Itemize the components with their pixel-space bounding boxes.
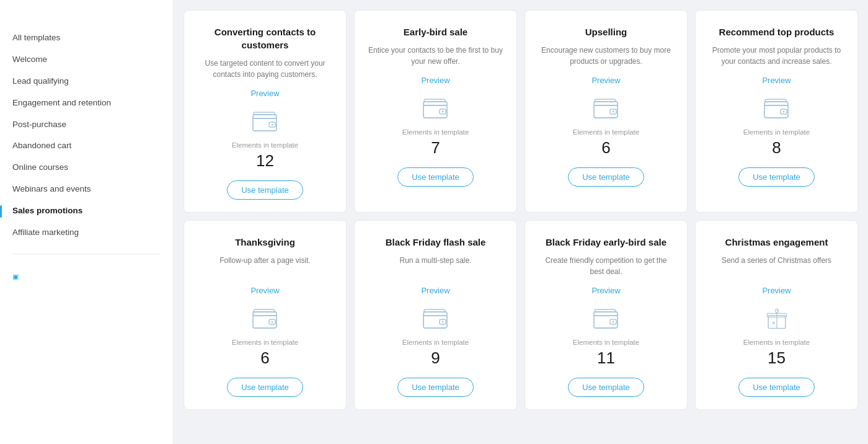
use-template-button[interactable]: Use template xyxy=(227,180,303,200)
template-title: Thanksgiving xyxy=(235,236,295,249)
template-icon xyxy=(762,96,792,121)
sidebar-bottom xyxy=(12,267,161,281)
template-card: Converting contacts to customers Use tar… xyxy=(184,10,347,213)
elements-count: 9 xyxy=(431,349,440,368)
elements-count: 6 xyxy=(260,349,269,368)
elements-label: Elements in template xyxy=(232,339,298,346)
use-template-button[interactable]: Use template xyxy=(227,378,303,397)
sidebar-item-abandoned-cart[interactable]: Abandoned cart xyxy=(12,135,161,157)
sidebar: All templatesWelcomeLead qualifyingEngag… xyxy=(0,0,174,444)
preview-link[interactable]: Preview xyxy=(421,76,450,85)
svg-point-5 xyxy=(441,111,443,113)
elements-label: Elements in template xyxy=(743,339,810,346)
sidebar-item-online-courses[interactable]: Online courses xyxy=(12,157,161,179)
preview-link[interactable]: Preview xyxy=(762,286,790,295)
sidebar-item-webinars-and-events[interactable]: Webinars and events xyxy=(12,179,161,200)
svg-point-11 xyxy=(782,111,784,113)
template-icon xyxy=(250,109,280,134)
template-card: Christmas engagement Send a series of Ch… xyxy=(695,220,858,410)
template-card: Upselling Encourage new customers to buy… xyxy=(525,10,688,213)
template-title: Upselling xyxy=(585,25,627,38)
elements-count: 11 xyxy=(597,349,615,368)
template-title: Christmas engagement xyxy=(725,236,828,249)
elements-count: 7 xyxy=(431,138,440,158)
svg-point-20 xyxy=(612,321,614,323)
learn-more-link[interactable] xyxy=(12,273,161,281)
template-title: Black Friday early-bird sale xyxy=(546,236,666,249)
svg-point-8 xyxy=(612,111,614,113)
template-icon xyxy=(421,96,451,121)
elements-count: 6 xyxy=(601,138,610,158)
sidebar-divider xyxy=(12,254,161,254)
preview-link[interactable]: Preview xyxy=(591,76,620,85)
sidebar-item-all-templates[interactable]: All templates xyxy=(12,27,161,49)
sidebar-item-affiliate-marketing[interactable]: Affiliate marketing xyxy=(12,222,161,244)
use-template-button[interactable]: Use template xyxy=(568,167,644,187)
template-description: Use targeted content to convert your con… xyxy=(197,58,334,80)
preview-link[interactable]: Preview xyxy=(762,76,790,85)
svg-rect-6 xyxy=(594,102,618,118)
template-icon xyxy=(591,96,621,121)
template-description: Run a multi-step sale. xyxy=(399,255,471,277)
template-title: Converting contacts to customers xyxy=(197,25,334,51)
sidebar-item-sales-promotions[interactable]: Sales promotions xyxy=(12,200,161,222)
preview-link[interactable]: Preview xyxy=(250,286,279,295)
template-description: Send a series of Christmas offers xyxy=(722,255,831,277)
use-template-button[interactable]: Use template xyxy=(568,378,644,397)
template-card: Thanksgiving Follow-up after a page visi… xyxy=(184,220,347,410)
template-icon xyxy=(250,306,280,331)
elements-label: Elements in template xyxy=(743,128,810,136)
sidebar-item-engagement-and-retention[interactable]: Engagement and retention xyxy=(12,92,161,114)
template-description: Follow-up after a page visit. xyxy=(219,255,311,277)
template-icon xyxy=(421,306,451,331)
template-icon xyxy=(762,306,792,331)
template-card: Black Friday early-bird sale Create frie… xyxy=(525,220,688,410)
preview-link[interactable]: Preview xyxy=(250,89,279,98)
template-card: Recommend top products Promote your most… xyxy=(695,10,858,213)
template-card: Black Friday flash sale Run a multi-step… xyxy=(354,220,517,410)
template-title: Early-bird sale xyxy=(404,25,467,38)
elements-label: Elements in template xyxy=(402,339,469,346)
preview-link[interactable]: Preview xyxy=(591,286,620,295)
sidebar-item-welcome[interactable]: Welcome xyxy=(12,49,161,71)
elements-count: 12 xyxy=(256,151,274,171)
preview-link[interactable]: Preview xyxy=(421,286,450,295)
elements-label: Elements in template xyxy=(232,141,298,149)
template-title: Black Friday flash sale xyxy=(386,236,486,249)
sidebar-item-post-purchase[interactable]: Post-purchase xyxy=(12,114,161,136)
templates-grid: Converting contacts to customers Use tar… xyxy=(184,10,858,410)
template-description: Encourage new customers to buy more prod… xyxy=(538,45,675,67)
svg-rect-18 xyxy=(594,312,618,328)
elements-label: Elements in template xyxy=(573,339,639,346)
svg-point-14 xyxy=(271,321,273,323)
svg-rect-9 xyxy=(764,102,788,118)
use-template-button[interactable]: Use template xyxy=(397,378,474,397)
elements-count: 15 xyxy=(768,349,786,368)
use-template-button[interactable]: Use template xyxy=(397,167,474,187)
sidebar-item-lead-qualifying[interactable]: Lead qualifying xyxy=(12,71,161,92)
svg-rect-3 xyxy=(423,102,447,118)
template-card: Early-bird sale Entice your contacts to … xyxy=(354,10,517,213)
template-title: Recommend top products xyxy=(719,25,835,38)
use-template-button[interactable]: Use template xyxy=(738,378,815,397)
svg-rect-12 xyxy=(253,312,277,328)
elements-count: 8 xyxy=(772,138,781,158)
main-content: Converting contacts to customers Use tar… xyxy=(174,0,868,444)
svg-rect-15 xyxy=(423,312,447,328)
template-description: Create friendly competition to get the b… xyxy=(538,255,675,277)
svg-rect-0 xyxy=(253,115,277,131)
template-icon xyxy=(591,306,621,331)
template-description: Entice your contacts to be the first to … xyxy=(367,45,504,67)
sidebar-nav: All templatesWelcomeLead qualifyingEngag… xyxy=(12,27,161,244)
svg-point-17 xyxy=(441,321,443,323)
elements-label: Elements in template xyxy=(573,128,639,136)
use-template-button[interactable]: Use template xyxy=(738,167,815,187)
template-description: Promote your most popular products to yo… xyxy=(708,45,845,67)
elements-label: Elements in template xyxy=(402,128,469,136)
svg-point-2 xyxy=(271,124,273,126)
